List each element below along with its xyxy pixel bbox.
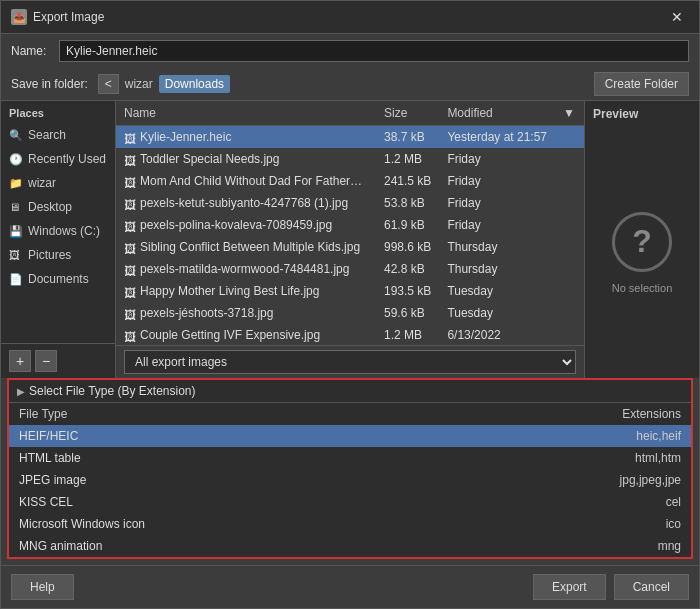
file-modified: Friday bbox=[439, 170, 555, 192]
sidebar-icon: 🖥 bbox=[9, 201, 23, 213]
name-label: Name: bbox=[11, 44, 51, 58]
export-icon: 📤 bbox=[11, 9, 27, 25]
dialog-title: Export Image bbox=[33, 10, 104, 24]
file-area: Name Size Modified ▼ 🖼Kylie-Jenner.heic … bbox=[116, 101, 584, 378]
sidebar-item-desktop[interactable]: 🖥 Desktop bbox=[1, 195, 115, 219]
table-row[interactable]: 🖼Mom And Child Without Dad For Fathers D… bbox=[116, 170, 584, 192]
file-name: 🖼pexels-jéshoots-3718.jpg bbox=[116, 302, 376, 324]
export-image-dialog: 📤 Export Image ✕ Name: Save in folder: <… bbox=[0, 0, 700, 609]
filetype-table: File Type Extensions HEIF/HEIC heic,heif… bbox=[9, 403, 691, 557]
file-extra bbox=[555, 148, 584, 170]
filetype-name: KISS CEL bbox=[9, 491, 447, 513]
sidebar-icon: 📄 bbox=[9, 273, 23, 286]
file-list-container[interactable]: Name Size Modified ▼ 🖼Kylie-Jenner.heic … bbox=[116, 101, 584, 345]
sidebar-item-label: Documents bbox=[28, 272, 89, 286]
table-row[interactable]: 🖼Sibling Conflict Between Multiple Kids.… bbox=[116, 236, 584, 258]
file-name: 🖼Sibling Conflict Between Multiple Kids.… bbox=[116, 236, 376, 258]
main-area: Places 🔍 Search🕐 Recently Used📁 wizar🖥 D… bbox=[1, 100, 699, 378]
table-row[interactable]: 🖼pexels-ketut-subiyanto-4247768 (1).jpg … bbox=[116, 192, 584, 214]
file-extra bbox=[555, 280, 584, 302]
sidebar-item-label: Search bbox=[28, 128, 66, 142]
table-row[interactable]: 🖼Happy Mother Living Best Life.jpg 193.5… bbox=[116, 280, 584, 302]
filetype-col-type: File Type bbox=[9, 403, 447, 425]
filetype-ext: mng bbox=[447, 535, 691, 557]
file-size: 61.9 kB bbox=[376, 214, 439, 236]
filetype-name: HTML table bbox=[9, 447, 447, 469]
table-row[interactable]: 🖼Couple Getting IVF Expensive.jpg 1.2 MB… bbox=[116, 324, 584, 345]
add-place-button[interactable]: + bbox=[9, 350, 31, 372]
sidebar-item-documents[interactable]: 📄 Documents bbox=[1, 267, 115, 291]
sidebar-item-label: Desktop bbox=[28, 200, 72, 214]
sidebar-icon: 🕐 bbox=[9, 153, 23, 166]
cancel-button[interactable]: Cancel bbox=[614, 574, 689, 600]
file-size: 193.5 kB bbox=[376, 280, 439, 302]
sidebar-item-label: wizar bbox=[28, 176, 56, 190]
sidebar-item-recently-used[interactable]: 🕐 Recently Used bbox=[1, 147, 115, 171]
file-name: 🖼pexels-ketut-subiyanto-4247768 (1).jpg bbox=[116, 192, 376, 214]
filetype-row[interactable]: Microsoft Windows icon ico bbox=[9, 513, 691, 535]
col-name: Name bbox=[116, 101, 376, 126]
filename-input[interactable] bbox=[59, 40, 689, 62]
file-extra bbox=[555, 126, 584, 149]
filter-select[interactable]: All export images bbox=[124, 350, 576, 374]
file-extra bbox=[555, 324, 584, 345]
file-modified: 6/13/2022 bbox=[439, 324, 555, 345]
sidebar-icon: 🖼 bbox=[9, 249, 23, 261]
filetype-name: MNG animation bbox=[9, 535, 447, 557]
sidebar-icon: 📁 bbox=[9, 177, 23, 190]
sidebar-item-windows-(c:)[interactable]: 💾 Windows (C:) bbox=[1, 219, 115, 243]
file-extra bbox=[555, 192, 584, 214]
file-modified: Tuesday bbox=[439, 280, 555, 302]
table-row[interactable]: 🖼pexels-jéshoots-3718.jpg 59.6 kB Tuesda… bbox=[116, 302, 584, 324]
filetype-row[interactable]: HTML table html,htm bbox=[9, 447, 691, 469]
file-extra bbox=[555, 302, 584, 324]
file-modified: Tuesday bbox=[439, 302, 555, 324]
filetype-name: JPEG image bbox=[9, 469, 447, 491]
filetype-name: HEIF/HEIC bbox=[9, 425, 447, 447]
filetype-row[interactable]: JPEG image jpg,jpeg,jpe bbox=[9, 469, 691, 491]
filetype-ext: ico bbox=[447, 513, 691, 535]
folder-label: Save in folder: bbox=[11, 77, 88, 91]
file-extra bbox=[555, 214, 584, 236]
preview-no-selection: No selection bbox=[612, 282, 673, 294]
sidebar-item-label: Pictures bbox=[28, 248, 71, 262]
folder-crumb-wizar[interactable]: wizar bbox=[125, 77, 153, 91]
filetype-row[interactable]: KISS CEL cel bbox=[9, 491, 691, 513]
remove-place-button[interactable]: − bbox=[35, 350, 57, 372]
sidebar-item-search[interactable]: 🔍 Search bbox=[1, 123, 115, 147]
filetype-col-ext: Extensions bbox=[447, 403, 691, 425]
filetype-ext: html,htm bbox=[447, 447, 691, 469]
folder-back-button[interactable]: < bbox=[98, 74, 119, 94]
sidebar-item-pictures[interactable]: 🖼 Pictures bbox=[1, 243, 115, 267]
close-button[interactable]: ✕ bbox=[665, 7, 689, 27]
bottom-right-buttons: Export Cancel bbox=[533, 574, 689, 600]
filetype-row[interactable]: MNG animation mng bbox=[9, 535, 691, 557]
table-row[interactable]: 🖼pexels-matilda-wormwood-7484481.jpg 42.… bbox=[116, 258, 584, 280]
file-extra bbox=[555, 170, 584, 192]
table-row[interactable]: 🖼Toddler Special Needs.jpg 1.2 MB Friday bbox=[116, 148, 584, 170]
help-button[interactable]: Help bbox=[11, 574, 74, 600]
file-extra bbox=[555, 258, 584, 280]
filetype-ext: cel bbox=[447, 491, 691, 513]
sidebar-item-wizar[interactable]: 📁 wizar bbox=[1, 171, 115, 195]
file-name: 🖼Happy Mother Living Best Life.jpg bbox=[116, 280, 376, 302]
places-header: Places bbox=[1, 101, 115, 123]
filetype-name: Microsoft Windows icon bbox=[9, 513, 447, 535]
export-button[interactable]: Export bbox=[533, 574, 606, 600]
file-size: 1.2 MB bbox=[376, 324, 439, 345]
file-name: 🖼Mom And Child Without Dad For Fathers D… bbox=[116, 170, 376, 192]
file-extra bbox=[555, 236, 584, 258]
filetype-row[interactable]: HEIF/HEIC heic,heif bbox=[9, 425, 691, 447]
file-size: 53.8 kB bbox=[376, 192, 439, 214]
col-modified: Modified bbox=[439, 101, 555, 126]
filetype-ext: jpg,jpeg,jpe bbox=[447, 469, 691, 491]
table-row[interactable]: 🖼pexels-polina-kovaleva-7089459.jpg 61.9… bbox=[116, 214, 584, 236]
create-folder-button[interactable]: Create Folder bbox=[594, 72, 689, 96]
table-row[interactable]: 🖼Kylie-Jenner.heic 38.7 kB Yesterday at … bbox=[116, 126, 584, 149]
filetype-header[interactable]: ▶ Select File Type (By Extension) bbox=[9, 380, 691, 403]
file-size: 38.7 kB bbox=[376, 126, 439, 149]
col-sort[interactable]: ▼ bbox=[555, 101, 584, 126]
file-size: 59.6 kB bbox=[376, 302, 439, 324]
file-name: 🖼Couple Getting IVF Expensive.jpg bbox=[116, 324, 376, 345]
folder-crumb-downloads[interactable]: Downloads bbox=[159, 75, 230, 93]
